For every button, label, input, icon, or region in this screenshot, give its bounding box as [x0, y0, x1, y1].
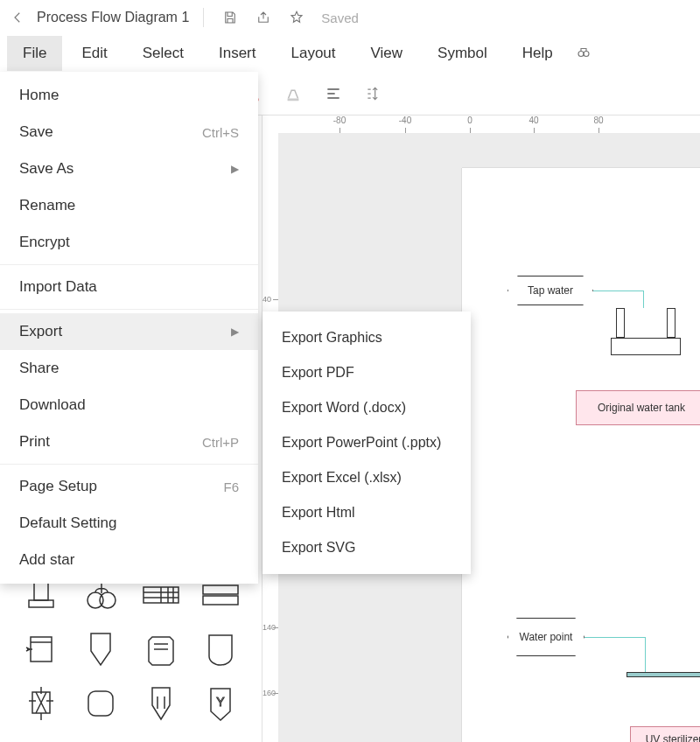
file-menu-item-page-setup[interactable]: Page SetupF6	[0, 468, 258, 505]
menu-help[interactable]: Help	[507, 36, 569, 71]
node-tap-water[interactable]: Tap water	[508, 276, 593, 305]
svg-rect-10	[203, 596, 238, 605]
node-tank-shape[interactable]	[611, 308, 690, 390]
file-menu-item-label: Add star	[19, 551, 74, 569]
divider	[203, 8, 204, 27]
shape-item[interactable]: Y	[193, 679, 248, 728]
star-icon	[289, 10, 304, 25]
shape-grid: Y	[0, 570, 262, 728]
menu-file[interactable]: File	[7, 36, 62, 71]
menu-layout[interactable]: Layout	[275, 36, 351, 71]
ruler-label: -40	[399, 116, 411, 125]
shape-item[interactable]	[14, 679, 68, 728]
highlight-button[interactable]	[274, 78, 312, 109]
menu-bar: File Edit Select Insert Layout View Symb…	[0, 35, 700, 72]
save-icon	[222, 10, 238, 25]
shape-item[interactable]	[74, 679, 128, 728]
svg-rect-3	[288, 98, 299, 101]
file-menu-item-home[interactable]: Home	[0, 77, 258, 114]
file-menu-item-label: Share	[19, 360, 59, 377]
menu-select[interactable]: Select	[127, 36, 200, 71]
menu-view[interactable]: View	[355, 36, 419, 71]
file-menu-item-label: Rename	[19, 197, 75, 214]
connector	[645, 637, 646, 672]
back-button[interactable]	[7, 7, 28, 28]
file-menu-item-label: Save As	[19, 160, 74, 178]
file-menu-item-print[interactable]: PrintCtrl+P	[0, 424, 258, 460]
file-menu-item-label: Default Setting	[19, 514, 117, 532]
keyboard-shortcut: Ctrl+S	[202, 125, 239, 140]
page: Tap water Original water tank Water poi	[462, 168, 700, 742]
export-submenu: Export GraphicsExport PDFExport Word (.d…	[262, 312, 471, 574]
shape-item[interactable]	[134, 679, 188, 728]
connector	[643, 290, 644, 308]
file-menu-item-label: Download	[19, 396, 86, 414]
file-menu-item-add-star[interactable]: Add star	[0, 542, 258, 578]
node-water-point[interactable]: Water point	[508, 618, 584, 656]
connector	[593, 290, 644, 291]
file-menu-item-export[interactable]: Export▶	[0, 313, 258, 350]
menu-symbol[interactable]: Symbol	[422, 36, 503, 71]
file-menu-item-share[interactable]: Share	[0, 350, 258, 387]
node-label: Water point	[520, 631, 573, 643]
ruler-label: 40	[528, 116, 538, 125]
file-menu-item-label: Print	[19, 433, 50, 451]
shape-item[interactable]	[134, 625, 188, 674]
file-menu-item-download[interactable]: Download	[0, 387, 258, 424]
document-title: Process Flow Diagram 1	[37, 10, 189, 25]
file-menu-item-label: Encrypt	[19, 234, 70, 251]
svg-point-7	[100, 592, 116, 608]
export-menu-item-export-svg[interactable]: Export SVG	[262, 530, 471, 565]
export-menu-item-export-pdf[interactable]: Export PDF	[262, 355, 471, 390]
node-uv-sterilizer[interactable]: UV sterilizer	[630, 726, 700, 742]
keyboard-shortcut: F6	[223, 480, 239, 494]
svg-text:Y: Y	[216, 695, 225, 709]
shape-item[interactable]	[74, 625, 128, 674]
chevron-right-icon: ▶	[231, 326, 239, 338]
export-menu-item-export-html[interactable]: Export Html	[262, 495, 471, 530]
menu-separator	[0, 264, 258, 265]
share-icon	[256, 10, 271, 25]
svg-rect-5	[29, 600, 53, 607]
node-original-tank[interactable]: Original water tank	[576, 390, 700, 425]
menu-separator	[0, 309, 258, 310]
line-spacing-button[interactable]	[354, 78, 393, 109]
svg-rect-11	[31, 637, 52, 662]
find-button[interactable]	[576, 45, 592, 63]
menu-separator	[0, 464, 258, 465]
file-menu-item-save-as[interactable]: Save As▶	[0, 150, 258, 187]
menu-edit[interactable]: Edit	[66, 36, 122, 71]
file-menu-item-label: Import Data	[19, 278, 97, 296]
chevron-left-icon	[10, 10, 25, 25]
star-button[interactable]	[284, 5, 309, 30]
export-menu-item-export-graphics[interactable]: Export Graphics	[262, 320, 471, 355]
file-menu-item-default-setting[interactable]: Default Setting	[0, 505, 258, 542]
file-menu-item-encrypt[interactable]: Encrypt	[0, 224, 258, 261]
ruler-horizontal: -80 -40 0 40 80	[278, 116, 700, 133]
file-menu-item-import-data[interactable]: Import Data	[0, 269, 258, 305]
shape-item[interactable]	[193, 625, 248, 674]
svg-rect-13	[88, 691, 113, 716]
file-menu-item-label: Home	[19, 87, 59, 104]
file-menu-item-save[interactable]: SaveCtrl+S	[0, 114, 258, 150]
file-menu-item-label: Save	[19, 123, 53, 141]
export-menu-item-export-excel-xlsx[interactable]: Export Excel (.xlsx)	[262, 460, 471, 495]
align-button[interactable]	[314, 78, 353, 109]
svg-point-6	[88, 592, 103, 608]
highlight-icon	[284, 84, 303, 103]
ruler-label: 40	[262, 295, 271, 304]
align-icon	[325, 85, 342, 102]
shape-item[interactable]	[14, 625, 68, 674]
save-button[interactable]	[218, 5, 242, 30]
node-valve[interactable]	[626, 672, 700, 677]
node-label: Original water tank	[598, 402, 685, 414]
export-menu-item-export-word-docx[interactable]: Export Word (.docx)	[262, 390, 471, 425]
file-menu-item-rename[interactable]: Rename	[0, 187, 258, 224]
ruler-label: 0	[467, 116, 472, 125]
menu-insert[interactable]: Insert	[203, 36, 272, 71]
svg-rect-4	[34, 583, 48, 600]
export-menu-item-export-powerpoint-pptx[interactable]: Export PowerPoint (.pptx)	[262, 425, 471, 460]
chevron-right-icon: ▶	[231, 163, 239, 175]
share-button[interactable]	[251, 5, 276, 30]
binoculars-icon	[576, 45, 592, 60]
